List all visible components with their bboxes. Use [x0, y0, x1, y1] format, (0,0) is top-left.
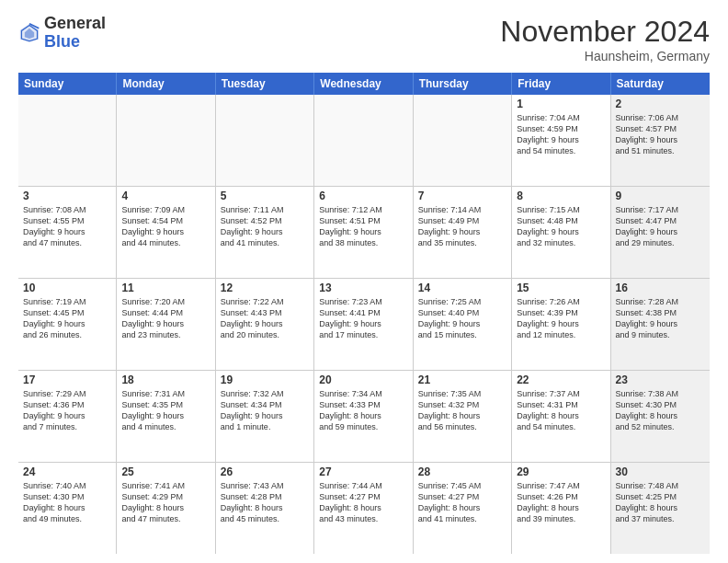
empty-cell — [216, 95, 314, 186]
empty-cell — [314, 95, 413, 186]
calendar-row-1: 3Sunrise: 7:08 AM Sunset: 4:55 PM Daylig… — [18, 187, 710, 279]
day-number: 20 — [319, 373, 407, 386]
calendar-row-0: 1Sunrise: 7:04 AM Sunset: 4:59 PM Daylig… — [18, 95, 710, 187]
day-number: 22 — [517, 373, 605, 386]
calendar-row-4: 24Sunrise: 7:40 AM Sunset: 4:30 PM Dayli… — [18, 463, 710, 554]
day-info: Sunrise: 7:28 AM Sunset: 4:38 PM Dayligh… — [616, 296, 705, 341]
day-cell-20: 20Sunrise: 7:34 AM Sunset: 4:33 PM Dayli… — [314, 371, 413, 462]
day-info: Sunrise: 7:14 AM Sunset: 4:49 PM Dayligh… — [418, 204, 506, 249]
day-number: 30 — [616, 465, 705, 478]
day-cell-24: 24Sunrise: 7:40 AM Sunset: 4:30 PM Dayli… — [18, 463, 117, 554]
day-cell-5: 5Sunrise: 7:11 AM Sunset: 4:52 PM Daylig… — [216, 187, 314, 278]
calendar-row-2: 10Sunrise: 7:19 AM Sunset: 4:45 PM Dayli… — [18, 279, 710, 371]
day-header-thursday: Thursday — [414, 73, 512, 95]
day-info: Sunrise: 7:43 AM Sunset: 4:28 PM Dayligh… — [221, 480, 309, 525]
calendar: SundayMondayTuesdayWednesdayThursdayFrid… — [18, 73, 710, 554]
day-number: 21 — [418, 373, 506, 386]
month-title: November 2024 — [500, 15, 710, 49]
day-header-wednesday: Wednesday — [314, 73, 413, 95]
day-cell-9: 9Sunrise: 7:17 AM Sunset: 4:47 PM Daylig… — [611, 187, 710, 278]
day-cell-25: 25Sunrise: 7:41 AM Sunset: 4:29 PM Dayli… — [117, 463, 215, 554]
day-number: 7 — [418, 190, 506, 202]
day-number: 11 — [121, 282, 210, 294]
day-number: 23 — [616, 373, 705, 386]
day-info: Sunrise: 7:23 AM Sunset: 4:41 PM Dayligh… — [319, 296, 407, 341]
day-cell-22: 22Sunrise: 7:37 AM Sunset: 4:31 PM Dayli… — [512, 371, 610, 462]
logo: General Blue — [18, 15, 106, 52]
day-cell-7: 7Sunrise: 7:14 AM Sunset: 4:49 PM Daylig… — [414, 187, 512, 278]
day-info: Sunrise: 7:34 AM Sunset: 4:33 PM Dayligh… — [319, 388, 407, 433]
day-info: Sunrise: 7:26 AM Sunset: 4:39 PM Dayligh… — [517, 296, 605, 341]
day-info: Sunrise: 7:44 AM Sunset: 4:27 PM Dayligh… — [319, 480, 407, 525]
day-cell-10: 10Sunrise: 7:19 AM Sunset: 4:45 PM Dayli… — [18, 279, 117, 370]
day-number: 14 — [418, 282, 506, 294]
logo-text: General Blue — [44, 15, 106, 52]
day-cell-6: 6Sunrise: 7:12 AM Sunset: 4:51 PM Daylig… — [314, 187, 413, 278]
calendar-body: 1Sunrise: 7:04 AM Sunset: 4:59 PM Daylig… — [18, 95, 710, 554]
day-info: Sunrise: 7:25 AM Sunset: 4:40 PM Dayligh… — [418, 296, 506, 341]
day-number: 15 — [517, 282, 605, 294]
day-info: Sunrise: 7:15 AM Sunset: 4:48 PM Dayligh… — [517, 204, 605, 249]
day-cell-18: 18Sunrise: 7:31 AM Sunset: 4:35 PM Dayli… — [117, 371, 215, 462]
empty-cell — [18, 95, 117, 186]
day-number: 9 — [616, 190, 705, 202]
day-number: 8 — [517, 190, 605, 202]
day-cell-4: 4Sunrise: 7:09 AM Sunset: 4:54 PM Daylig… — [117, 187, 215, 278]
day-number: 19 — [221, 373, 309, 386]
day-info: Sunrise: 7:48 AM Sunset: 4:25 PM Dayligh… — [616, 480, 705, 525]
day-header-sunday: Sunday — [18, 73, 117, 95]
day-number: 17 — [23, 373, 111, 386]
day-number: 6 — [319, 190, 407, 202]
day-header-saturday: Saturday — [611, 73, 710, 95]
day-number: 16 — [616, 282, 705, 294]
day-number: 29 — [517, 465, 605, 478]
location: Haunsheim, Germany — [500, 49, 710, 63]
day-info: Sunrise: 7:35 AM Sunset: 4:32 PM Dayligh… — [418, 388, 506, 433]
day-info: Sunrise: 7:29 AM Sunset: 4:36 PM Dayligh… — [23, 388, 111, 433]
day-info: Sunrise: 7:22 AM Sunset: 4:43 PM Dayligh… — [221, 296, 309, 341]
page: General Blue November 2024 Haunsheim, Ge… — [0, 0, 728, 563]
day-info: Sunrise: 7:17 AM Sunset: 4:47 PM Dayligh… — [616, 204, 705, 249]
day-cell-16: 16Sunrise: 7:28 AM Sunset: 4:38 PM Dayli… — [611, 279, 710, 370]
day-info: Sunrise: 7:40 AM Sunset: 4:30 PM Dayligh… — [23, 480, 111, 525]
day-cell-12: 12Sunrise: 7:22 AM Sunset: 4:43 PM Dayli… — [216, 279, 314, 370]
header: General Blue November 2024 Haunsheim, Ge… — [18, 15, 710, 63]
day-info: Sunrise: 7:12 AM Sunset: 4:51 PM Dayligh… — [319, 204, 407, 249]
day-header-friday: Friday — [512, 73, 610, 95]
day-info: Sunrise: 7:04 AM Sunset: 4:59 PM Dayligh… — [517, 112, 605, 157]
calendar-row-3: 17Sunrise: 7:29 AM Sunset: 4:36 PM Dayli… — [18, 371, 710, 463]
day-info: Sunrise: 7:19 AM Sunset: 4:45 PM Dayligh… — [23, 296, 111, 341]
empty-cell — [414, 95, 512, 186]
day-number: 1 — [517, 98, 605, 110]
day-cell-23: 23Sunrise: 7:38 AM Sunset: 4:30 PM Dayli… — [611, 371, 710, 462]
day-cell-21: 21Sunrise: 7:35 AM Sunset: 4:32 PM Dayli… — [414, 371, 512, 462]
day-info: Sunrise: 7:38 AM Sunset: 4:30 PM Dayligh… — [616, 388, 705, 433]
day-cell-14: 14Sunrise: 7:25 AM Sunset: 4:40 PM Dayli… — [414, 279, 512, 370]
calendar-header: SundayMondayTuesdayWednesdayThursdayFrid… — [18, 73, 710, 95]
day-number: 28 — [418, 465, 506, 478]
day-info: Sunrise: 7:32 AM Sunset: 4:34 PM Dayligh… — [221, 388, 309, 433]
day-info: Sunrise: 7:08 AM Sunset: 4:55 PM Dayligh… — [23, 204, 111, 249]
day-cell-30: 30Sunrise: 7:48 AM Sunset: 4:25 PM Dayli… — [611, 463, 710, 554]
day-number: 24 — [23, 465, 111, 478]
day-info: Sunrise: 7:47 AM Sunset: 4:26 PM Dayligh… — [517, 480, 605, 525]
day-cell-17: 17Sunrise: 7:29 AM Sunset: 4:36 PM Dayli… — [18, 371, 117, 462]
day-cell-11: 11Sunrise: 7:20 AM Sunset: 4:44 PM Dayli… — [117, 279, 215, 370]
day-cell-27: 27Sunrise: 7:44 AM Sunset: 4:27 PM Dayli… — [314, 463, 413, 554]
day-number: 27 — [319, 465, 407, 478]
day-number: 26 — [221, 465, 309, 478]
day-header-tuesday: Tuesday — [216, 73, 314, 95]
day-number: 2 — [616, 98, 705, 110]
day-number: 13 — [319, 282, 407, 294]
day-number: 4 — [121, 190, 210, 202]
day-cell-15: 15Sunrise: 7:26 AM Sunset: 4:39 PM Dayli… — [512, 279, 610, 370]
day-cell-3: 3Sunrise: 7:08 AM Sunset: 4:55 PM Daylig… — [18, 187, 117, 278]
day-header-monday: Monday — [117, 73, 215, 95]
empty-cell — [117, 95, 215, 186]
day-info: Sunrise: 7:41 AM Sunset: 4:29 PM Dayligh… — [121, 480, 210, 525]
day-info: Sunrise: 7:45 AM Sunset: 4:27 PM Dayligh… — [418, 480, 506, 525]
day-cell-26: 26Sunrise: 7:43 AM Sunset: 4:28 PM Dayli… — [216, 463, 314, 554]
day-cell-19: 19Sunrise: 7:32 AM Sunset: 4:34 PM Dayli… — [216, 371, 314, 462]
day-number: 18 — [121, 373, 210, 386]
day-info: Sunrise: 7:06 AM Sunset: 4:57 PM Dayligh… — [616, 112, 705, 157]
